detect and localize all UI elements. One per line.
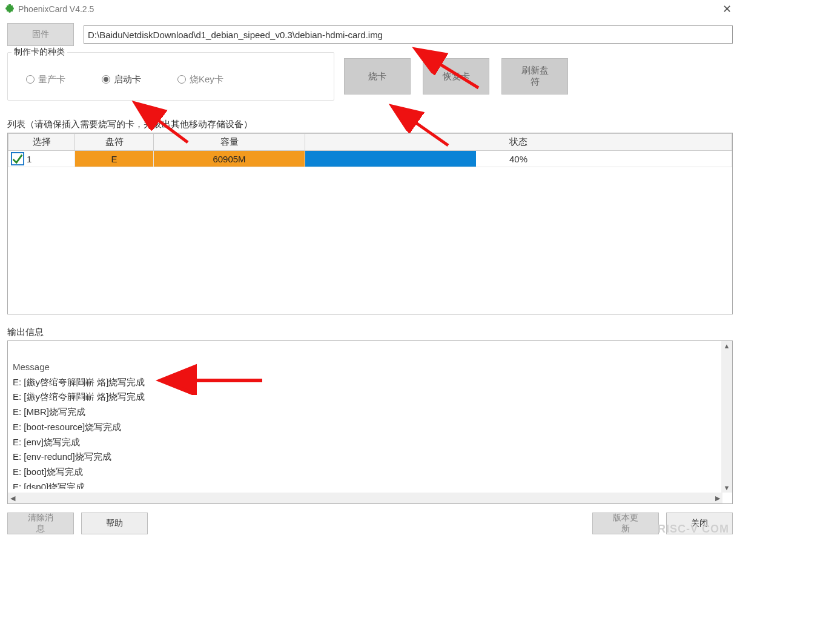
log-line: E: [env]烧写完成 [13,437,80,447]
output-text[interactable]: Message E: [鏃у啓绾夸簲閰嶄 烙]烧写完成 E: [鏃у啓绾夸簲閰嶄… [8,341,732,489]
vertical-scrollbar[interactable]: ▲ ▼ [721,341,732,493]
log-line: E: [boot]烧写完成 [13,466,83,477]
log-line: E: [env-redund]烧写完成 [13,451,111,462]
log-line: E: [鏃у啓绾夸簲閰嶄 烙]烧写完成 [13,391,145,402]
th-select[interactable]: 选择 [8,134,75,151]
card-type-label: 制作卡的种类 [12,47,67,58]
firmware-row: 固件 [7,23,733,46]
close-icon[interactable]: ✕ [719,2,735,16]
log-line: E: [MBR]烧写完成 [13,407,85,417]
watermark: RISC-V COM [658,523,729,536]
radio-icon [177,75,186,84]
device-list: 选择 盘符 容量 状态 1 [7,133,733,314]
scroll-down-icon[interactable]: ▼ [722,483,732,493]
th-drive[interactable]: 盘符 [75,134,154,151]
app-window: PhoenixCard V4.2.5 ✕ 固件 制作卡的种类 量产卡 启动卡 [0,0,740,542]
app-icon [5,4,15,14]
scroll-left-icon[interactable]: ◀ [8,493,18,503]
radio-mass-card[interactable]: 量产卡 [26,74,65,85]
list-label: 列表（请确保插入需要烧写的卡，并拔出其他移动存储设备） [7,119,733,130]
log-line: E: [dsp0]烧写完成 [13,482,85,489]
radio-icon [26,75,35,84]
scroll-up-icon[interactable]: ▲ [722,341,732,351]
firmware-path-input[interactable] [84,25,733,44]
card-type-radios: 量产卡 启动卡 烧Key卡 [8,65,334,90]
output-box: Message E: [鏃у啓绾夸簲閰嶄 烙]烧写完成 E: [鏃у啓绾夸簲閰嶄… [7,340,733,504]
output-label: 输出信息 [7,327,733,338]
clear-button[interactable]: 清除消息 [7,513,74,534]
output-header: Message [13,362,50,372]
update-button[interactable]: 版本更新 [592,513,659,534]
help-button[interactable]: 帮助 [81,513,148,534]
cell-drive: E [75,151,154,167]
table-header-row: 选择 盘符 容量 状态 [8,134,732,151]
content: 固件 制作卡的种类 量产卡 启动卡 烧Key卡 [0,18,740,542]
cell-select[interactable]: 1 [8,151,74,167]
th-status[interactable]: 状态 [305,134,732,151]
horizontal-scrollbar[interactable]: ◀ ▶ [8,493,722,503]
device-table: 选择 盘符 容量 状态 1 [8,133,732,167]
cell-status: 40% [305,151,732,167]
radio-label: 烧Key卡 [190,74,223,85]
check-icon [11,152,24,165]
refresh-button[interactable]: 刷新盘符 [501,58,568,95]
radio-boot-card[interactable]: 启动卡 [102,74,141,85]
svg-rect-3 [12,153,24,165]
options-row: 制作卡的种类 量产卡 启动卡 烧Key卡 [7,52,733,101]
card-type-group: 制作卡的种类 量产卡 启动卡 烧Key卡 [7,52,334,101]
radio-label: 量产卡 [38,74,65,85]
burn-button[interactable]: 烧卡 [344,58,411,95]
progress-text: 40% [305,154,732,164]
log-line: E: [boot-resource]烧写完成 [13,422,121,432]
window-title: PhoenixCard V4.2.5 [18,4,94,14]
radio-icon [102,75,110,84]
radio-key-card[interactable]: 烧Key卡 [177,74,223,85]
cell-capacity: 60905M [154,151,305,167]
firmware-button[interactable]: 固件 [7,23,74,46]
titlebar: PhoenixCard V4.2.5 ✕ [0,0,740,18]
restore-button[interactable]: 恢复卡 [423,58,489,95]
radio-label: 启动卡 [114,74,141,85]
table-row[interactable]: 1 E 60905M 40% [8,151,732,167]
footer: 清除消息 帮助 版本更新 关闭 [7,513,733,534]
row-index: 1 [27,154,31,164]
th-capacity[interactable]: 容量 [154,134,305,151]
log-line: E: [鏃у啓绾夸簲閰嶄 烙]烧写完成 [13,377,145,387]
scroll-right-icon[interactable]: ▶ [713,493,722,503]
action-buttons: 烧卡 恢复卡 刷新盘符 [344,52,568,95]
